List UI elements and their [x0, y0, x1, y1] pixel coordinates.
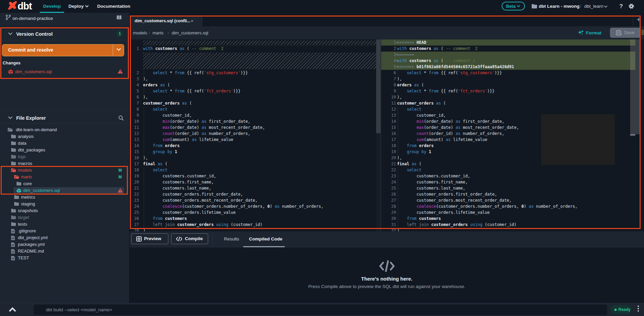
left-code-line-9: 9 customer_id,	[130, 112, 376, 118]
commit-options-chevron-icon[interactable]	[116, 48, 121, 51]
nav-tab-develop[interactable]: Develop	[40, 0, 64, 13]
help-icon[interactable]: ?	[619, 0, 623, 13]
editor-tabstrip: dim_customers.sql (confli... × +	[130, 13, 644, 26]
environment-chevron-icon[interactable]	[604, 5, 608, 8]
folder-open-icon	[14, 175, 19, 179]
environment-name[interactable]: dbt_learn	[584, 0, 603, 13]
tree-item--gitignore[interactable]: .gitignore	[0, 228, 130, 234]
expand-panel-chevron-icon[interactable]	[8, 307, 17, 312]
folder-icon	[11, 135, 16, 138]
folder-icon	[11, 209, 16, 212]
tree-item-dbt-project-yml[interactable]: dbt_project.yml	[0, 234, 130, 241]
folder-icon	[11, 141, 16, 145]
nav-tab-documentation[interactable]: Documentation	[97, 0, 130, 13]
left-code-line-21: 21 customers.last_name,	[130, 185, 376, 191]
nav-tab-deploy[interactable]: Deploy	[68, 0, 89, 13]
right-code-line-23: 23 customers.customer_id,	[381, 173, 635, 179]
version-control-chevron-icon[interactable]	[8, 32, 12, 35]
tab-compiled-code[interactable]: Compiled Code	[249, 231, 279, 248]
scrollbar-conflict-marker	[641, 30, 644, 35]
tree-item-metrics[interactable]: metrics	[0, 194, 130, 201]
left-code-line-25: 25 customer_orders.lifetime_value	[130, 209, 376, 216]
right-code-line-11: 11customer_orders as (	[381, 100, 635, 106]
version-control-title[interactable]: Version Control	[16, 31, 53, 37]
right-code-line-1: 1+<<<<<<< HEAD	[381, 39, 635, 46]
settings-gear-icon[interactable]	[628, 3, 635, 9]
right-pane-scrollbar-thumb[interactable]	[630, 39, 640, 134]
command-input[interactable]: dbt build --select <model_name>	[34, 305, 607, 315]
version-control-badge: 1	[116, 30, 123, 37]
file-icon	[11, 236, 15, 240]
dbt-logo-text: dbt	[18, 0, 32, 13]
file-search-icon[interactable]	[118, 115, 124, 121]
breadcrumb-separator: ›	[168, 26, 169, 39]
tree-item-target[interactable]: target	[0, 214, 130, 221]
code-editor-split-view[interactable]: 1with customers as ( -- comment 22 selec…	[130, 39, 644, 231]
commit-and-resolve-button[interactable]: Commit and resolve	[2, 44, 124, 56]
left-code-line-1: 1with customers as ( -- comment 2	[130, 46, 376, 52]
right-code-line-29: 29 customer_orders.lifetime_value	[381, 209, 635, 216]
collapsed-region-border	[143, 46, 376, 46]
project-name[interactable]: dbt Learn - mwong	[539, 0, 580, 13]
right-code-line-25: 25 customers.last_name,	[381, 185, 635, 191]
left-code-line-12: 12 count(order_id) as number_of_orders,	[130, 131, 376, 137]
tree-item-staging[interactable]: staging	[0, 201, 130, 207]
collapsed-conflict-hatch	[143, 40, 376, 45]
breadcrumb-separator: ›	[149, 26, 150, 39]
empty-state-subtitle: Press Compile above to preview the SQL d…	[130, 284, 644, 289]
left-pane-scrollbar-thumb[interactable]	[376, 39, 381, 133]
right-code-line-10: 10),	[381, 94, 635, 100]
beta-dropdown[interactable]: Beta	[502, 2, 525, 10]
tree-item-logs[interactable]: logs	[0, 153, 130, 160]
right-code-line-2: 2with customers as ( -- comment 2	[381, 46, 635, 52]
tree-item-core[interactable]: core	[0, 180, 130, 187]
right-code-line-30: 30 from customers	[381, 216, 635, 222]
new-tab-icon[interactable]: +	[637, 15, 641, 24]
tree-item-marts[interactable]: martsM	[0, 174, 130, 180]
right-code-line-27: 27 customer_orders.most_recent_order_dat…	[381, 197, 635, 203]
current-branch-name[interactable]: on-demand-practice	[12, 16, 53, 21]
tree-item-dbt-learn-on-demand[interactable]: dbt-learn-on-demand	[0, 126, 130, 133]
tree-item-macros[interactable]: macros	[0, 160, 130, 167]
breadcrumb-file[interactable]: dim_customers.sql	[172, 26, 208, 39]
preview-button[interactable]: Preview	[131, 233, 168, 244]
left-code-line-6: 6),	[130, 94, 376, 100]
tree-item-test[interactable]: TEST	[0, 255, 130, 261]
project-folder-icon	[532, 4, 537, 8]
preview-table-icon	[136, 236, 142, 241]
results-panel: There's nothing here. Press Compile abov…	[130, 248, 644, 303]
tree-item-dbt-packages[interactable]: dbt_packages	[0, 147, 130, 153]
folder-icon	[14, 202, 19, 206]
save-button[interactable]: Save	[610, 28, 641, 38]
changed-file-name[interactable]: dim_customers.sql	[15, 69, 52, 74]
save-icon	[616, 30, 621, 35]
editor-breadcrumb-bar: models › marts › dim_customers.sql Forma…	[130, 26, 644, 39]
tree-item-packages-yml[interactable]: packages.yml	[0, 241, 130, 248]
tab-results[interactable]: Results	[224, 231, 238, 248]
kebab-menu-icon[interactable]	[638, 306, 639, 313]
tree-item-dim-customers-sql[interactable]: dim_customers.sql	[0, 187, 130, 194]
tree-item-models[interactable]: modelsM	[0, 167, 130, 174]
breadcrumb-marts[interactable]: marts	[152, 26, 164, 39]
tree-item-analysis[interactable]: analysis	[0, 133, 130, 140]
tree-item-snapshots[interactable]: snapshots	[0, 207, 130, 214]
tab-close-icon[interactable]: ×	[191, 16, 194, 26]
right-code-line-9: 9 select * from {{ ref('fct_orders')}}	[381, 88, 635, 94]
compile-button[interactable]: Compile	[171, 233, 208, 244]
file-explorer-chevron-icon[interactable]	[8, 116, 12, 119]
folder-open-icon	[11, 168, 16, 172]
tabstrip-divider	[633, 16, 633, 26]
branch-row-divider	[0, 26, 130, 26]
tab-dim-customers[interactable]: dim_customers.sql (confli... ×	[131, 16, 202, 26]
dbt-ide-root: dbt Develop Deploy Documentation Beta db…	[0, 0, 644, 316]
left-code-line-11: 11 max(order_date) as most_recent_order_…	[130, 124, 376, 131]
tree-item-data[interactable]: data	[0, 140, 130, 147]
format-sparkle-icon	[578, 30, 584, 36]
breadcrumb-models[interactable]: models	[133, 26, 147, 39]
status-badge: Ready	[611, 305, 631, 314]
left-code-line-24: 24 coalesce(customer_orders.number_of_or…	[130, 203, 376, 209]
tree-item-tests[interactable]: tests	[0, 221, 130, 228]
tree-item-readme-md[interactable]: README.md	[0, 248, 130, 255]
file-explorer-title[interactable]: File Explorer	[16, 115, 46, 121]
docs-book-icon[interactable]	[116, 15, 122, 20]
